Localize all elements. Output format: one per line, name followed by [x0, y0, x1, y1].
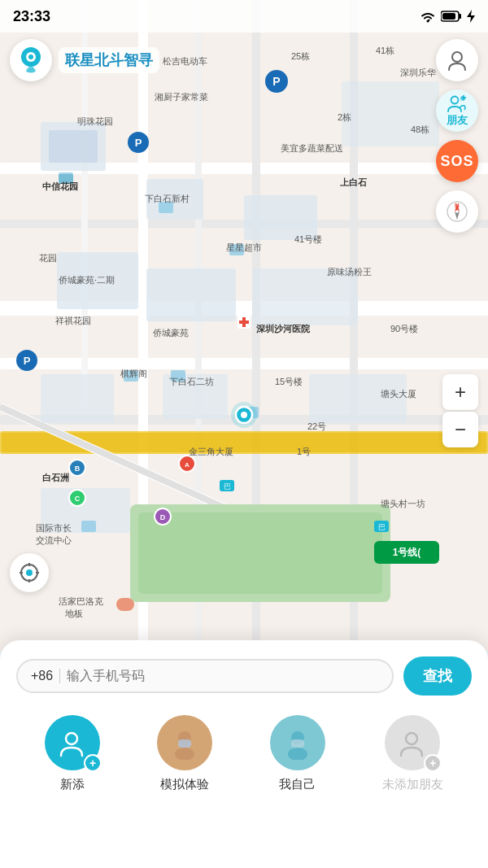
svg-rect-28 — [146, 268, 236, 321]
avatar-myself-icon — [281, 726, 315, 760]
svg-text:D: D — [160, 513, 166, 521]
svg-point-88 — [66, 733, 77, 744]
svg-rect-60 — [229, 244, 244, 255]
friends-label: 朋友 — [447, 113, 468, 128]
svg-rect-32 — [309, 374, 407, 423]
svg-text:巴: 巴 — [224, 482, 231, 491]
friend-avatar-myself — [270, 715, 325, 770]
svg-rect-65 — [116, 598, 134, 611]
friend-label-add: 新添 — [60, 777, 85, 792]
svg-rect-24 — [146, 179, 203, 220]
avatar-simulate-icon — [168, 726, 202, 760]
person-placeholder-icon — [398, 728, 427, 757]
status-icons — [420, 10, 475, 23]
svg-text:巴: 巴 — [378, 523, 386, 531]
svg-rect-26 — [342, 81, 439, 146]
svg-marker-4 — [467, 10, 475, 23]
wifi-icon — [420, 10, 436, 23]
svg-rect-2 — [459, 14, 461, 19]
sos-label: SOS — [440, 153, 473, 170]
friend-item-myself[interactable]: 我自己 — [270, 715, 325, 792]
svg-text:A: A — [185, 461, 190, 469]
svg-point-75 — [460, 96, 465, 101]
svg-point-0 — [427, 20, 429, 23]
svg-point-73 — [452, 52, 462, 62]
charging-icon — [467, 10, 475, 23]
svg-rect-29 — [252, 268, 358, 325]
profile-button[interactable] — [436, 39, 478, 81]
my-location-button[interactable] — [10, 553, 49, 592]
friend-label-nofriend: 未添加朋友 — [382, 777, 443, 792]
zoom-out-button[interactable]: − — [442, 412, 478, 447]
svg-rect-23 — [49, 130, 98, 163]
svg-point-68 — [241, 412, 247, 418]
svg-point-93 — [288, 748, 307, 760]
add-friend-badge: + — [424, 754, 442, 772]
status-time: 23:33 — [13, 8, 50, 25]
svg-point-90 — [175, 748, 194, 760]
svg-text:P: P — [135, 137, 142, 149]
friend-avatar-simulate — [157, 715, 212, 770]
zoom-out-icon: − — [455, 418, 466, 441]
friends-list: + 新添 模拟体验 — [16, 715, 472, 792]
country-code: +86 — [31, 669, 60, 683]
right-button-group: 朋友 SOS N — [436, 39, 478, 233]
svg-rect-36 — [239, 321, 249, 324]
friend-item-add[interactable]: + 新添 — [45, 715, 100, 792]
map-area[interactable]: P P P B A C D 巴 巴 1号线( — [0, 0, 488, 651]
svg-rect-21 — [138, 513, 382, 594]
add-badge: + — [84, 754, 102, 772]
profile-icon — [446, 49, 468, 72]
battery-icon — [441, 11, 462, 22]
svg-rect-94 — [291, 739, 304, 748]
zoom-in-icon: + — [455, 381, 466, 403]
friends-icon — [447, 94, 467, 113]
svg-point-95 — [406, 733, 417, 744]
svg-rect-62 — [171, 370, 185, 382]
zoom-controls: + − — [442, 374, 478, 447]
friends-button[interactable]: 朋友 — [436, 89, 478, 132]
friend-item-nofriend[interactable]: + 未添加朋友 — [382, 715, 443, 792]
svg-rect-27 — [57, 252, 138, 309]
person-add-icon — [58, 728, 87, 757]
svg-rect-58 — [59, 174, 73, 184]
svg-rect-61 — [124, 370, 138, 382]
friend-label-simulate: 模拟体验 — [160, 777, 209, 792]
friend-label-myself: 我自己 — [279, 777, 316, 792]
app-logo[interactable] — [10, 39, 52, 81]
friend-avatar-nofriend: + — [385, 715, 440, 770]
phone-number-input[interactable] — [67, 669, 379, 683]
svg-text:1号线(: 1号线( — [393, 547, 421, 558]
compass-button[interactable]: N — [436, 190, 478, 233]
app-header: 联星北斗智寻 — [10, 39, 159, 81]
compass-icon: N — [446, 200, 468, 223]
svg-text:P: P — [24, 355, 31, 367]
svg-text:B: B — [75, 465, 81, 473]
svg-rect-7 — [0, 358, 488, 369]
svg-rect-64 — [81, 521, 96, 532]
search-row: +86 查找 — [16, 656, 472, 696]
svg-text:N: N — [455, 202, 460, 209]
status-bar: 23:33 — [0, 0, 488, 33]
search-button[interactable]: 查找 — [403, 656, 472, 696]
svg-point-74 — [451, 97, 459, 104]
svg-rect-3 — [442, 13, 455, 20]
svg-text:P: P — [272, 75, 280, 88]
svg-rect-91 — [178, 739, 191, 748]
logo-icon — [16, 46, 46, 75]
friend-item-simulate[interactable]: 模拟体验 — [157, 715, 212, 792]
phone-input-container[interactable]: +86 — [16, 659, 394, 693]
svg-text:C: C — [75, 495, 81, 503]
svg-rect-59 — [159, 202, 173, 213]
friend-avatar-add: + — [45, 715, 100, 770]
svg-rect-30 — [41, 374, 114, 423]
sos-button[interactable]: SOS — [436, 140, 478, 182]
svg-point-83 — [26, 569, 33, 576]
location-icon — [18, 561, 41, 584]
bottom-panel: +86 查找 + 新添 — [0, 640, 488, 868]
svg-point-71 — [28, 55, 33, 59]
svg-rect-25 — [244, 195, 317, 240]
app-name-label: 联星北斗智寻 — [59, 47, 159, 73]
zoom-in-button[interactable]: + — [442, 374, 478, 410]
